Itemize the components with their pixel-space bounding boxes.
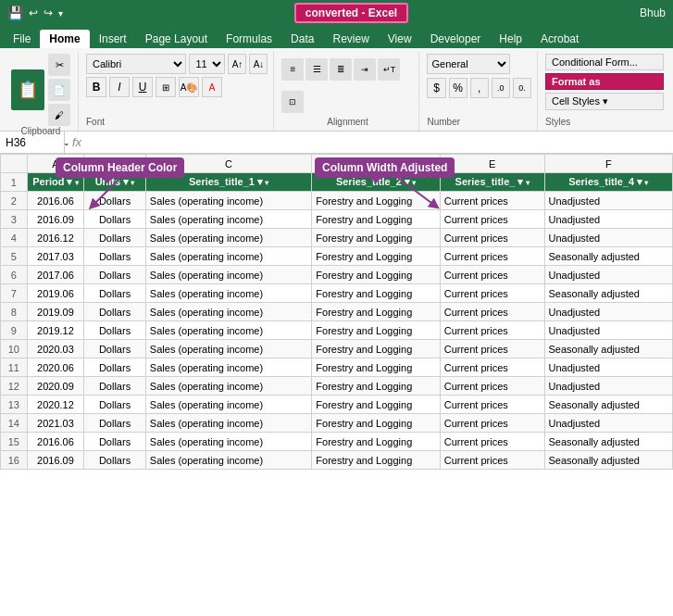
cell-period[interactable]: 2017.03 bbox=[27, 247, 84, 266]
tab-review[interactable]: Review bbox=[323, 30, 378, 48]
cell-units[interactable]: Dollars bbox=[84, 377, 146, 396]
align-right-button[interactable]: ≣ bbox=[330, 58, 352, 81]
cell-series3[interactable]: Current prices bbox=[440, 451, 544, 470]
decrease-decimal-button[interactable]: 0. bbox=[513, 78, 531, 98]
cell-series2[interactable]: Forestry and Logging bbox=[312, 247, 440, 266]
cell-series1[interactable]: Sales (operating income) bbox=[145, 414, 311, 433]
cell-series2[interactable]: Forestry and Logging bbox=[312, 210, 440, 229]
col-header-f[interactable]: F bbox=[544, 155, 673, 173]
cell-series1[interactable]: Sales (operating income) bbox=[145, 210, 311, 229]
comma-button[interactable]: , bbox=[470, 78, 489, 98]
cell-series3[interactable]: Current prices bbox=[440, 266, 544, 284]
cell-period[interactable]: 2020.09 bbox=[27, 377, 84, 396]
cell-series4[interactable]: Unadjusted bbox=[544, 414, 673, 433]
cell-series1[interactable]: Sales (operating income) bbox=[145, 192, 311, 210]
border-button[interactable]: ⊞ bbox=[156, 77, 176, 97]
cell-series1[interactable]: Sales (operating income) bbox=[145, 340, 311, 358]
cell-period[interactable]: 2019.06 bbox=[27, 284, 84, 303]
percent-button[interactable]: % bbox=[449, 78, 467, 98]
format-painter-button[interactable]: 🖌 bbox=[48, 104, 70, 126]
tab-view[interactable]: View bbox=[379, 30, 421, 48]
cell-units[interactable]: Dollars bbox=[84, 414, 146, 433]
cell-series3[interactable]: Current prices bbox=[440, 433, 544, 451]
cell-series1[interactable]: Sales (operating income) bbox=[145, 396, 311, 414]
cell-series2[interactable]: Forestry and Logging bbox=[312, 266, 440, 284]
cell-series3[interactable]: Current prices bbox=[440, 284, 544, 303]
cell-series4[interactable]: Seasonally adjusted bbox=[544, 284, 673, 303]
cell-series3[interactable]: Current prices bbox=[440, 358, 544, 377]
cell-series2[interactable]: Forestry and Logging bbox=[312, 229, 440, 247]
header-series4[interactable]: Series_title_4 ▾ bbox=[544, 173, 673, 192]
cell-series3[interactable]: Current prices bbox=[440, 192, 544, 210]
cell-series4[interactable]: Seasonally adjusted bbox=[544, 247, 673, 266]
paste-button[interactable]: 📋 bbox=[11, 69, 44, 110]
cell-series2[interactable]: Forestry and Logging bbox=[312, 321, 440, 340]
tab-file[interactable]: File bbox=[4, 30, 40, 48]
cell-units[interactable]: Dollars bbox=[84, 358, 146, 377]
italic-button[interactable]: I bbox=[109, 77, 130, 97]
increase-decimal-button[interactable]: .0 bbox=[492, 78, 510, 98]
cell-period[interactable]: 2016.06 bbox=[27, 433, 84, 451]
cell-series4[interactable]: Seasonally adjusted bbox=[544, 396, 673, 414]
cell-series1[interactable]: Sales (operating income) bbox=[145, 229, 311, 247]
cell-series2[interactable]: Forestry and Logging bbox=[312, 284, 440, 303]
copy-button[interactable]: 📄 bbox=[48, 79, 70, 101]
cell-period[interactable]: 2019.09 bbox=[27, 303, 84, 321]
cell-units[interactable]: Dollars bbox=[84, 266, 146, 284]
cell-period[interactable]: 2021.03 bbox=[27, 414, 84, 433]
cell-series1[interactable]: Sales (operating income) bbox=[145, 247, 311, 266]
cell-series4[interactable]: Unadjusted bbox=[544, 303, 673, 321]
cell-series4[interactable]: Seasonally adjusted bbox=[544, 340, 673, 358]
cell-series4[interactable]: Unadjusted bbox=[544, 377, 673, 396]
format-as-table-button[interactable]: Format as bbox=[545, 73, 664, 90]
bold-button[interactable]: B bbox=[86, 77, 106, 97]
cell-series2[interactable]: Forestry and Logging bbox=[312, 358, 440, 377]
cell-period[interactable]: 2017.06 bbox=[27, 266, 84, 284]
currency-button[interactable]: $ bbox=[427, 78, 445, 98]
cell-series3[interactable]: Current prices bbox=[440, 247, 544, 266]
cell-series1[interactable]: Sales (operating income) bbox=[145, 451, 311, 470]
cut-button[interactable]: ✂ bbox=[48, 54, 70, 76]
tab-formulas[interactable]: Formulas bbox=[217, 30, 281, 48]
cell-series1[interactable]: Sales (operating income) bbox=[145, 377, 311, 396]
cell-series2[interactable]: Forestry and Logging bbox=[312, 396, 440, 414]
cell-styles-button[interactable]: Cell Styles ▾ bbox=[545, 93, 664, 110]
cell-series3[interactable]: Current prices bbox=[440, 396, 544, 414]
cell-period[interactable]: 2016.12 bbox=[27, 229, 84, 247]
cell-series3[interactable]: Current prices bbox=[440, 210, 544, 229]
cell-units[interactable]: Dollars bbox=[84, 340, 146, 358]
cell-series1[interactable]: Sales (operating income) bbox=[145, 303, 311, 321]
col-header-e[interactable]: E bbox=[440, 155, 544, 173]
tab-pagelayout[interactable]: Page Layout bbox=[136, 30, 217, 48]
tab-home[interactable]: Home bbox=[40, 30, 89, 48]
cell-reference-box[interactable]: H36 bbox=[0, 132, 65, 153]
underline-button[interactable]: U bbox=[132, 77, 153, 97]
conditional-formatting-button[interactable]: Conditional Form... bbox=[545, 54, 664, 70]
cell-units[interactable]: Dollars bbox=[84, 229, 146, 247]
cell-series4[interactable]: Unadjusted bbox=[544, 210, 673, 229]
cell-units[interactable]: Dollars bbox=[84, 192, 146, 210]
wrap-text-button[interactable]: ↵T bbox=[378, 58, 400, 81]
cell-series4[interactable]: Seasonally adjusted bbox=[544, 451, 673, 470]
cell-period[interactable]: 2020.06 bbox=[27, 358, 84, 377]
cell-units[interactable]: Dollars bbox=[84, 451, 146, 470]
cell-series2[interactable]: Forestry and Logging bbox=[312, 192, 440, 210]
decrease-font-button[interactable]: A↓ bbox=[249, 54, 268, 74]
cell-series2[interactable]: Forestry and Logging bbox=[312, 377, 440, 396]
cell-series3[interactable]: Current prices bbox=[440, 303, 544, 321]
cell-series3[interactable]: Current prices bbox=[440, 340, 544, 358]
cell-series4[interactable]: Unadjusted bbox=[544, 192, 673, 210]
cell-series2[interactable]: Forestry and Logging bbox=[312, 303, 440, 321]
cell-series4[interactable]: Unadjusted bbox=[544, 229, 673, 247]
cell-period[interactable]: 2016.09 bbox=[27, 451, 84, 470]
cell-period[interactable]: 2016.06 bbox=[27, 192, 84, 210]
fill-color-button[interactable]: A🎨 bbox=[179, 77, 199, 97]
tab-developer[interactable]: Developer bbox=[421, 30, 491, 48]
font-name-select[interactable]: Calibri bbox=[86, 54, 186, 74]
tab-help[interactable]: Help bbox=[490, 30, 531, 48]
cell-series2[interactable]: Forestry and Logging bbox=[312, 451, 440, 470]
cell-units[interactable]: Dollars bbox=[84, 321, 146, 340]
cell-period[interactable]: 2020.03 bbox=[27, 340, 84, 358]
cell-series3[interactable]: Current prices bbox=[440, 414, 544, 433]
tab-data[interactable]: Data bbox=[281, 30, 323, 48]
